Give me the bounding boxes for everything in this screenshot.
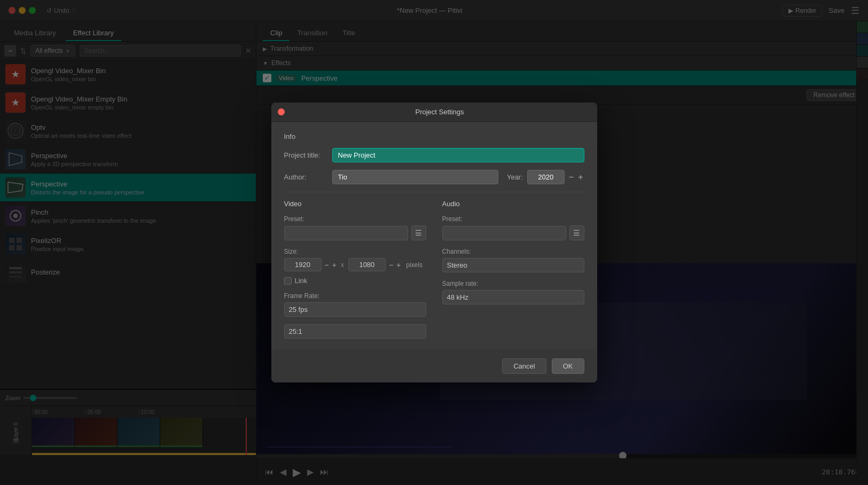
cancel-button[interactable]: Cancel (502, 358, 546, 374)
audio-preset-row: ☰ (442, 225, 584, 240)
modal-footer: Cancel OK (271, 349, 597, 382)
author-label: Author: (284, 173, 332, 181)
width-decrement-button[interactable]: − (325, 261, 329, 269)
video-preset-label: Preset: (284, 215, 426, 223)
audio-preset-select[interactable] (442, 226, 566, 240)
modal-titlebar: Project Settings (271, 103, 597, 122)
link-checkbox[interactable] (284, 277, 292, 285)
modal-overlay: Project Settings Info Project title: Aut… (0, 0, 868, 485)
height-increment-button[interactable]: + (396, 261, 401, 269)
channels-row: Stereo (442, 258, 584, 272)
height-input[interactable] (348, 258, 386, 271)
height-decrement-button[interactable]: − (389, 261, 393, 269)
samplerate-label: Sample rate: (442, 280, 584, 287)
ok-button[interactable]: OK (552, 358, 584, 374)
project-title-row: Project title: (284, 148, 584, 162)
framerate-select[interactable]: 25 fps (284, 302, 426, 317)
year-decrement-button[interactable]: − (568, 171, 575, 183)
samplerate-row: 48 kHz (442, 290, 584, 304)
link-label: Link (295, 277, 308, 285)
author-input[interactable] (332, 170, 498, 184)
info-section-title: Info (284, 132, 584, 140)
modal-close-button[interactable] (278, 108, 285, 115)
pixels-label: pixels (406, 261, 423, 269)
width-input[interactable] (284, 258, 322, 271)
project-settings-modal: Project Settings Info Project title: Aut… (271, 103, 597, 382)
audio-preset-menu-button[interactable]: ☰ (569, 225, 584, 240)
framerate-label: Frame Rate: (284, 292, 426, 300)
video-preset-select[interactable] (284, 226, 408, 240)
year-label: Year: (507, 173, 523, 181)
width-increment-button[interactable]: + (332, 261, 337, 269)
channels-select[interactable]: Stereo (442, 258, 584, 272)
video-section-title: Video (284, 200, 426, 208)
year-input[interactable] (527, 170, 565, 184)
video-column: Video Preset: ☰ Size: − + x (284, 200, 426, 339)
video-preset-menu-button[interactable]: ☰ (411, 225, 426, 240)
framerate-row: 25 fps (284, 302, 426, 317)
year-controls: − + (568, 171, 584, 183)
audio-column: Audio Preset: ☰ Channels: Stereo (442, 200, 584, 339)
link-row: Link (284, 277, 426, 285)
audio-preset-label: Preset: (442, 215, 584, 223)
size-row: − + x − + pixels (284, 258, 426, 271)
video-audio-columns: Video Preset: ☰ Size: − + x (284, 200, 584, 339)
modal-title: Project Settings (289, 108, 591, 116)
size-x-label: x (341, 261, 344, 269)
video-preset-row: ☰ (284, 225, 426, 240)
year-increment-button[interactable]: + (577, 171, 584, 183)
modal-divider (284, 192, 584, 192)
project-title-input[interactable] (332, 148, 584, 162)
channels-label: Channels: (442, 248, 584, 255)
author-year-row: Author: Year: − + (284, 170, 584, 184)
samplerate-select[interactable]: 48 kHz (442, 290, 584, 304)
framerate-ratio: 25:1 (284, 324, 426, 339)
size-label: Size: (284, 248, 426, 255)
audio-section-title: Audio (442, 200, 584, 208)
modal-body: Info Project title: Author: Year: − + (271, 122, 597, 349)
project-title-label: Project title: (284, 151, 332, 159)
